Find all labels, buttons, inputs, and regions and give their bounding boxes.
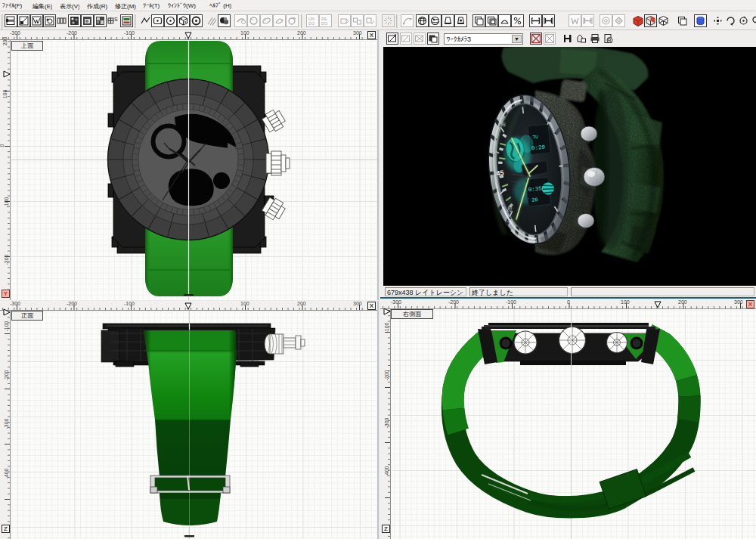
svg-text:26: 26 [531, 197, 538, 203]
svg-text:S: S [114, 17, 118, 22]
svg-text:DO: DO [321, 21, 328, 26]
svg-text:DO: DO [308, 21, 315, 26]
svg-text:TU: TU [532, 135, 538, 141]
